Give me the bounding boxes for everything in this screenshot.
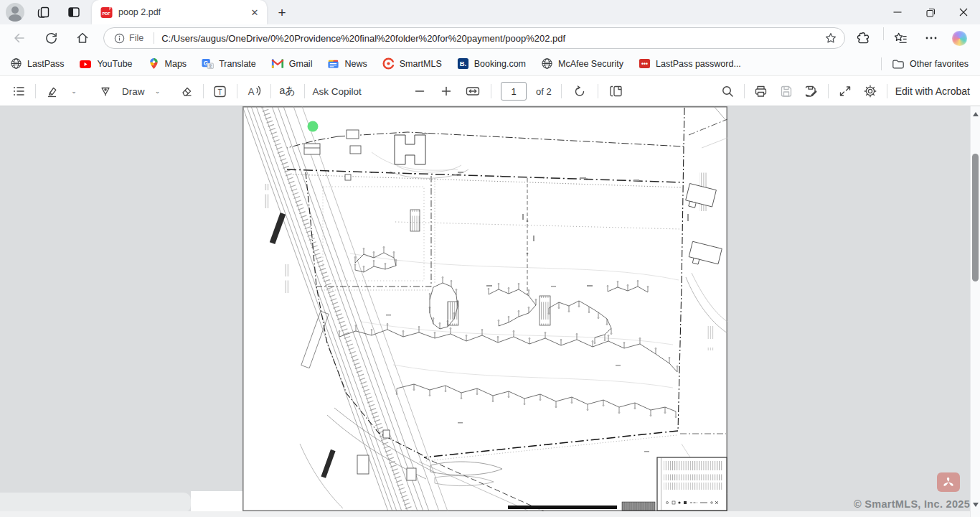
favorites-bar: LastPass YouTube Maps [0,52,980,75]
other-favorites-folder[interactable]: Other favorites [890,55,970,73]
favorite-star-icon[interactable] [824,32,837,45]
svg-text:A: A [248,86,254,97]
google-news-icon [327,57,339,70]
search-icon[interactable] [719,80,736,102]
divider [203,84,204,98]
divider [828,84,829,98]
read-aloud-icon[interactable]: A [245,80,263,102]
favorite-booking[interactable]: B. Booking.com [456,55,527,73]
translate-page-icon[interactable]: aあ [279,80,296,102]
save-icon [778,80,795,102]
page-view-icon[interactable] [608,80,625,102]
favorite-smartmls[interactable]: SmartMLS [381,55,443,73]
divider [35,84,36,98]
ask-copilot-button[interactable]: Ask Copilot [313,86,362,97]
zoom-in-icon[interactable] [438,80,455,102]
highlighter-icon[interactable] [44,80,61,102]
site-plan-drawing [242,106,727,511]
back-icon[interactable] [9,27,30,49]
neighbor-buildings [682,106,727,494]
close-window-button[interactable] [947,0,980,24]
acrobat-logo-icon [942,477,955,488]
divider [887,84,887,98]
favorite-lastpass-passwords[interactable]: ••• LastPass password... [637,55,743,73]
divider [270,84,271,98]
file-scheme-label: File [129,33,143,43]
browser-window: PDF poop 2.pdf ✕ + [0,0,980,517]
edit-with-acrobat-button[interactable]: Edit with Acrobat [895,85,970,97]
divider [561,84,562,98]
label-boxes [410,169,714,350]
browser-essentials-icon[interactable] [856,27,871,49]
rotate-icon[interactable] [571,80,588,102]
draw-label[interactable]: Draw [122,86,145,97]
workspaces-icon[interactable] [35,4,52,21]
fullscreen-icon[interactable] [837,80,854,102]
zoom-out-icon[interactable] [411,80,428,102]
svg-text:B.: B. [460,60,466,67]
draw-pen-icon[interactable] [97,80,114,102]
new-tab-button[interactable]: + [273,4,291,22]
page-count-label: of 2 [536,86,552,97]
status-bubble [0,493,191,513]
internal-lot-lines [316,176,528,295]
acrobat-extension-button[interactable] [937,472,960,492]
pdf-page-1[interactable] [242,106,727,511]
globe-icon [10,57,22,70]
info-icon[interactable] [114,33,125,44]
maximize-button[interactable] [914,0,947,24]
pdf-toolbar: ⌄ Draw ⌄ T [0,75,980,106]
gmail-icon [271,58,284,69]
vertical-scrollbar[interactable] [970,106,980,517]
youtube-icon [79,57,92,70]
property-boundary [287,108,726,511]
favorites-hub-icon[interactable] [893,27,908,49]
highlighter-dropdown-icon[interactable]: ⌄ [69,80,79,102]
scrollbar-thumb[interactable] [972,154,979,281]
address-bar[interactable]: File C:/Users/augus/OneDrive/0%20Provide… [103,27,845,49]
scroll-down-icon[interactable] [973,503,979,508]
settings-gear-icon[interactable] [862,80,879,102]
tab-close-icon[interactable]: ✕ [248,6,261,19]
avatar-head [11,6,19,14]
refresh-icon[interactable] [40,27,62,49]
url-text[interactable]: C:/Users/augus/OneDrive/0%20Providence%2… [161,33,824,44]
favorite-mcafee[interactable]: McAfee Security [540,55,625,73]
eraser-icon[interactable] [178,80,195,102]
minimize-button[interactable] [881,0,914,24]
divider [598,84,598,98]
save-as-icon[interactable] [803,80,820,102]
scroll-up-icon[interactable] [973,111,979,116]
wetland-lines [339,253,677,411]
google-maps-icon [148,57,160,70]
divider [154,32,154,44]
favorite-translate[interactable]: G 文 Translate [200,55,258,73]
draw-dropdown-icon[interactable]: ⌄ [153,80,163,102]
favorite-news[interactable]: News [326,55,368,73]
smartmls-icon [382,57,395,70]
home-icon[interactable] [72,27,93,49]
scale-bars [508,502,655,511]
copilot-icon[interactable] [952,27,967,49]
tab-poop2pdf[interactable]: PDF poop 2.pdf ✕ [92,0,267,24]
favorite-youtube[interactable]: YouTube [77,55,133,73]
lastpass-icon: ••• [639,57,651,70]
table-of-contents-icon[interactable] [10,80,27,102]
favorite-maps[interactable]: Maps [146,55,189,73]
favorite-lastpass[interactable]: LastPass [9,55,65,73]
more-menu-icon[interactable] [925,27,938,49]
add-text-icon[interactable]: T [212,80,229,102]
fit-to-width-icon[interactable] [464,80,481,102]
profile-avatar[interactable] [6,3,24,22]
railroad-corridor [242,106,448,511]
tab-title: poop 2.pdf [118,7,248,17]
favorite-gmail[interactable]: Gmail [270,55,314,73]
contour-lines [350,152,679,388]
booking-icon: B. [457,57,469,70]
page-number-input[interactable] [501,82,527,101]
tab-actions-icon[interactable] [65,4,83,21]
svg-text:•••: ••• [641,60,648,67]
print-icon[interactable] [753,80,770,102]
svg-text:文: 文 [209,64,213,68]
globe-icon [541,57,553,70]
